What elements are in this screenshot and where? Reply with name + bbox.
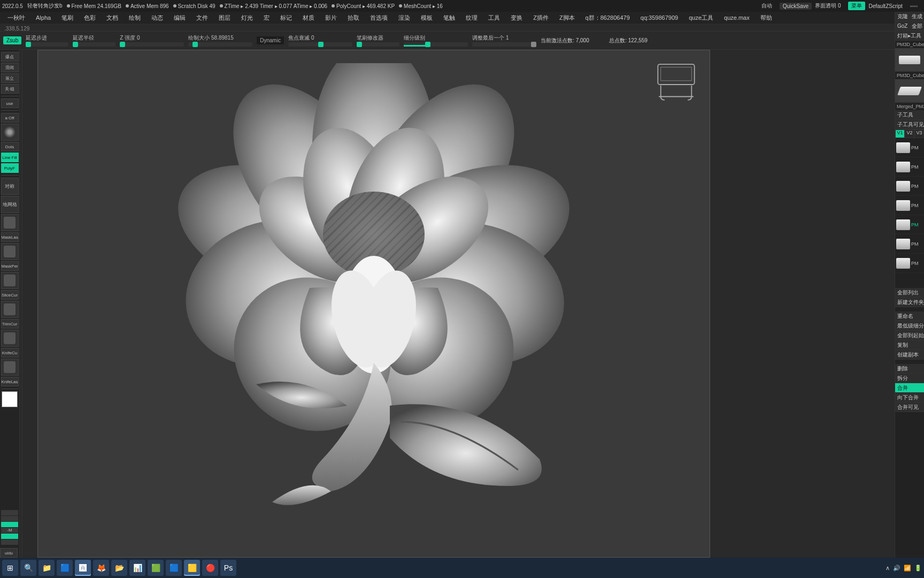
menu-item[interactable]: 标记 [275,14,297,22]
list-all[interactable]: 全部列出 [895,288,924,298]
left-btn[interactable]: 滑间 [1,63,19,72]
color-swatch[interactable] [2,391,18,407]
z-intensity[interactable]: Z 强度 0 [120,34,184,47]
line-fill[interactable]: Line Fill [1,153,19,162]
tray-network-icon[interactable]: 📶 [904,565,911,572]
copy[interactable]: 复制 [895,340,924,350]
polyf[interactable]: PolyF [1,163,19,173]
v2-tab[interactable]: V2 [905,130,914,138]
taskview-icon[interactable]: 📁 [38,560,55,576]
app-icon[interactable]: 🟦 [166,560,182,576]
menu-item[interactable]: 模板 [415,14,438,22]
app-icon[interactable]: 🟨 [184,560,200,576]
menu-item[interactable]: 图层 [213,14,236,22]
app-icon[interactable]: 🟦 [57,560,73,576]
menu-toggle[interactable]: 菜单 [848,2,865,10]
menu-quze[interactable]: quze工具 [683,14,719,22]
brush-modifier[interactable]: 笔刷修改器 [357,34,399,47]
trim-icon[interactable] [1,301,19,318]
v1-tab[interactable]: V1 [895,130,905,138]
menu-item[interactable]: 材质 [297,14,320,22]
left-btn[interactable]: 关·组 [1,84,19,94]
explorer-icon[interactable]: 📂 [111,560,127,576]
menu-help[interactable]: 帮助 [755,14,777,22]
v3-tab[interactable]: V3 [914,130,924,138]
tray-volume-icon[interactable]: 🔊 [893,565,900,572]
use-btn[interactable]: use [1,98,19,108]
split[interactable]: 拆分 [895,374,924,383]
start-button[interactable]: ⊞ [2,560,18,576]
adjust-last[interactable]: 调整最后一个 1 [472,34,536,47]
clone-btn[interactable]: 克隆 [895,12,910,21]
photoshop-icon[interactable]: Ps [220,560,236,576]
menu-item[interactable]: 影片 [320,14,342,22]
left-btn[interactable]: 爆点 [1,52,19,62]
menu-qgroup[interactable]: q群：862806479 [580,14,635,22]
app-icon[interactable]: 🟩 [148,560,164,576]
goz-btn[interactable]: GoZ [895,21,910,31]
dynamic-toggle[interactable]: Dynamic [257,36,284,44]
rename[interactable]: 重命名 [895,311,924,321]
make-duplicate[interactable]: 创建副本 [895,350,924,360]
left-btn[interactable]: 落立 [1,73,19,83]
menu-item[interactable]: 宏 [258,14,275,22]
tool-thumbnail[interactable] [651,56,702,104]
tool-thumb[interactable] [895,48,924,72]
tool-thumb2[interactable] [895,79,924,103]
firefox-icon[interactable]: 🦊 [93,560,109,576]
focal-shift[interactable]: 焦点衰减 0 [288,34,352,47]
left-bar[interactable] [1,539,18,545]
tray-chevron-icon[interactable]: ∧ [886,565,890,572]
menu-item[interactable]: 变换 [505,14,528,22]
lazy-step[interactable]: 延迟步进 [26,34,68,47]
left-bar-active[interactable] [1,534,18,539]
menu-item[interactable]: 笔刷 [56,14,79,22]
menu-item[interactable]: 笔触 [438,14,460,22]
tray-battery-icon[interactable]: 🔋 [914,565,922,572]
ui-transparency[interactable]: 界面透明 0 [815,2,841,10]
opera-icon[interactable]: 🔴 [202,560,218,576]
goz-all-btn[interactable]: 全部 [910,21,924,31]
menu-item[interactable]: 一秋叶 [2,14,30,22]
alpha-off[interactable]: a Off [1,113,19,123]
menu-item[interactable]: 绘制 [124,14,146,22]
make-btn[interactable]: 生成 [910,12,924,21]
menu-item[interactable]: 渲染 [393,14,415,22]
search-icon[interactable]: 🔍 [20,560,36,576]
viewport[interactable] [37,50,710,558]
subdiv-level[interactable]: 细分级别 [404,34,468,47]
default-zscript[interactable]: DefaultZScript [868,3,902,9]
dots-brush-icon[interactable] [1,124,19,141]
menu-qq[interactable]: qq:359867909 [635,14,683,21]
menu-item[interactable]: 拾取 [342,14,365,22]
menu-item[interactable]: 纹理 [460,14,483,22]
subtool-header[interactable]: 子工具 [895,110,924,120]
left-bar[interactable]: -M [1,528,18,533]
menu-item[interactable]: 灯光 [236,14,258,22]
uidu[interactable]: uidu [0,548,18,558]
symmetry-btn[interactable]: 对称 [1,178,19,195]
menu-item[interactable]: Z插件 [528,14,554,22]
zbrush-app-icon[interactable]: 🅰 [75,560,91,576]
new-folder[interactable]: 新建文件夹 [895,298,924,307]
app-icon[interactable]: 📊 [129,560,145,576]
lazy-radius[interactable]: 延迟半径 [73,34,116,47]
lightbox-tool[interactable]: 灯箱▸工具 [895,31,924,41]
menu-item[interactable]: 色彩 [79,14,101,22]
merge-visible[interactable]: 合并可见 [895,402,924,412]
menu-item[interactable]: 动态 [146,14,168,22]
left-bar-active[interactable] [1,522,18,527]
floor-btn[interactable]: 地网格 [1,196,19,213]
left-bar[interactable] [1,510,18,515]
mask-lasso-icon[interactable] [1,214,19,231]
zsub-button[interactable]: Zsub [3,36,21,44]
merge-down[interactable]: 向下合并 [895,393,924,402]
menu-item[interactable]: 编辑 [168,14,191,22]
menu-item[interactable]: 文档 [101,14,124,22]
delete[interactable]: 删除 [895,364,924,374]
min-subdiv[interactable]: 最低级细分 [895,321,924,331]
subtool-vis[interactable]: 子工具可见数 [895,120,924,130]
all-to-start[interactable]: 全部到起始 [895,331,924,340]
draw-size[interactable]: 绘制大小 58.89815 [188,34,252,47]
subtool-view-tabs[interactable]: V1 V2 V3 [895,130,924,138]
